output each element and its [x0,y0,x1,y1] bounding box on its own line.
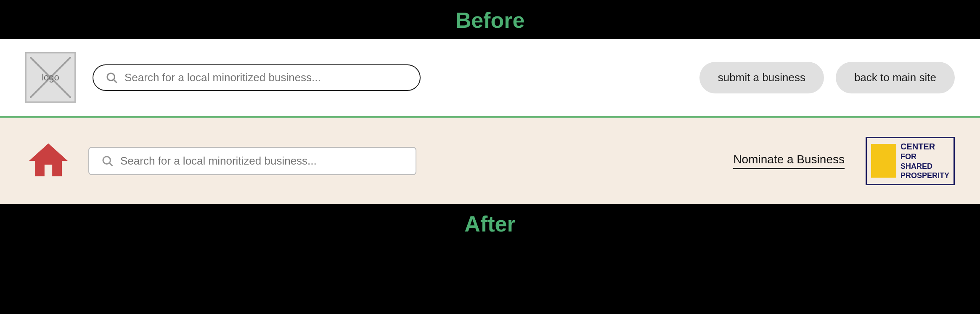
search-box-after [88,147,416,175]
before-header-bar: logo submit a business back to main site [0,39,980,118]
search-box-before [93,64,421,91]
home-icon[interactable] [25,138,72,184]
csp-line2: FOR [901,152,949,162]
submit-business-button[interactable]: submit a business [699,62,824,93]
before-label: Before [0,0,980,39]
search-input-after[interactable] [120,154,404,168]
after-header-bar: Nominate a Business CENTER FOR SHARED PR… [0,118,980,204]
svg-line-1 [114,80,117,83]
back-to-main-site-button[interactable]: back to main site [836,62,955,93]
svg-line-3 [110,163,113,166]
before-nav-buttons: submit a business back to main site [699,62,955,93]
csp-logo-text: CENTER FOR SHARED PROSPERITY [901,141,949,181]
csp-line4: PROSPERITY [901,171,949,181]
after-nav: Nominate a Business CENTER FOR SHARED PR… [733,137,955,185]
logo-placeholder: logo [25,52,76,103]
search-icon [105,71,118,84]
svg-point-2 [103,157,111,164]
search-wrapper-before [93,64,421,91]
csp-yellow-block [871,144,896,178]
csp-logo: CENTER FOR SHARED PROSPERITY [866,137,955,185]
search-icon-after [101,154,114,167]
svg-point-0 [107,73,115,81]
nominate-business-link[interactable]: Nominate a Business [733,153,845,169]
csp-line1: CENTER [901,141,949,152]
search-input-before[interactable] [124,71,408,84]
csp-line3: SHARED [901,162,949,171]
after-label: After [0,204,980,242]
logo-text: logo [42,72,59,83]
